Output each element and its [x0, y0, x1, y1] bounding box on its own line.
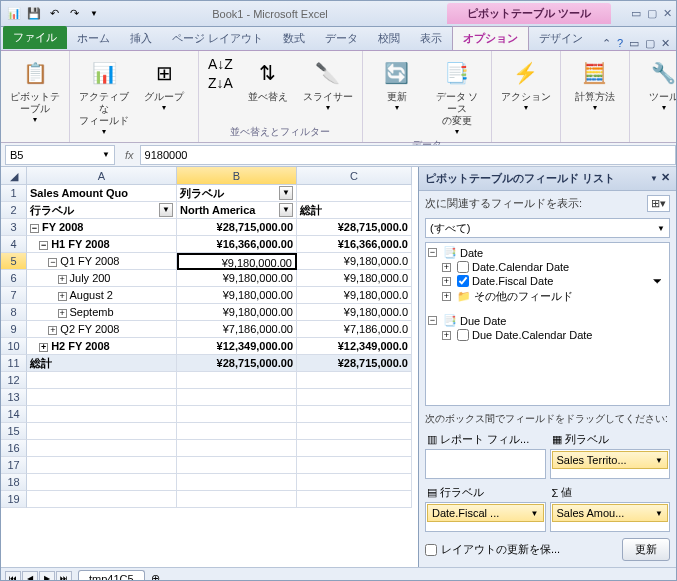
cell[interactable]: 行ラベル▼	[27, 202, 177, 219]
layout-options-icon[interactable]: ⊞▾	[647, 195, 670, 212]
cell[interactable]: ¥9,180,000.00	[177, 270, 297, 287]
cell[interactable]	[297, 372, 412, 389]
cell[interactable]: +Septemb	[27, 304, 177, 321]
row-header[interactable]: 9	[1, 321, 27, 338]
zone-values[interactable]: Sales Amou...▼	[550, 502, 671, 532]
name-box[interactable]: B5▼	[5, 145, 115, 165]
tree-item[interactable]: +Date.Fiscal Date⏷	[428, 274, 667, 288]
filter-dropdown-icon[interactable]: ▼	[279, 203, 293, 217]
zone-report-filter[interactable]	[425, 449, 546, 479]
cell[interactable]: 総計	[297, 202, 412, 219]
sheet-first-icon[interactable]: ⏮	[5, 571, 21, 582]
sort-asc-button[interactable]: A↓Z	[205, 55, 236, 73]
cell[interactable]	[177, 440, 297, 457]
expand-collapse-icon[interactable]: −	[48, 258, 57, 267]
cell[interactable]	[177, 423, 297, 440]
cell[interactable]: ¥7,186,000.00	[177, 321, 297, 338]
cell[interactable]	[27, 372, 177, 389]
tab-file[interactable]: ファイル	[3, 26, 67, 49]
row-header[interactable]: 12	[1, 372, 27, 389]
cell[interactable]: ¥12,349,000.00	[177, 338, 297, 355]
cell[interactable]: ¥12,349,000.0	[297, 338, 412, 355]
group-button[interactable]: ⊞グループ▾	[136, 55, 192, 114]
tab-options[interactable]: オプション	[452, 26, 529, 50]
sheet-next-icon[interactable]: ▶	[39, 571, 55, 582]
tab-page-layout[interactable]: ページ レイアウト	[162, 27, 273, 50]
expand-collapse-icon[interactable]: +	[58, 309, 67, 318]
update-button[interactable]: 更新	[622, 538, 670, 561]
minimize-ribbon-icon[interactable]: ⌃	[602, 37, 611, 50]
tree-item[interactable]: +Date.Calendar Date	[428, 260, 667, 274]
cell[interactable]: ¥9,180,000.0	[297, 304, 412, 321]
row-header[interactable]: 1	[1, 185, 27, 202]
formula-input[interactable]: 9180000	[140, 145, 676, 165]
doc-restore-icon[interactable]: ▢	[645, 37, 655, 50]
actions-button[interactable]: ⚡アクション▾	[498, 55, 554, 114]
expand-collapse-icon[interactable]: +	[58, 292, 67, 301]
save-icon[interactable]: 💾	[25, 5, 43, 23]
cell[interactable]: ¥9,180,000.00	[177, 253, 297, 270]
row-header[interactable]: 17	[1, 457, 27, 474]
row-header[interactable]: 2	[1, 202, 27, 219]
cell[interactable]	[297, 440, 412, 457]
tree-expand-icon[interactable]: +	[442, 277, 451, 286]
help-icon[interactable]: ?	[617, 37, 623, 50]
sheet-prev-icon[interactable]: ◀	[22, 571, 38, 582]
row-header[interactable]: 19	[1, 491, 27, 508]
cell[interactable]	[177, 406, 297, 423]
cell[interactable]	[177, 491, 297, 508]
row-header[interactable]: 14	[1, 406, 27, 423]
row-header[interactable]: 6	[1, 270, 27, 287]
row-header[interactable]: 8	[1, 304, 27, 321]
col-header[interactable]: B	[177, 167, 297, 185]
field-list-close-icon[interactable]: ✕	[661, 171, 670, 183]
worksheet[interactable]: ◢ABC1Sales Amount Quo列ラベル▼2行ラベル▼North Am…	[1, 167, 418, 567]
expand-collapse-icon[interactable]: +	[58, 275, 67, 284]
row-header[interactable]: 11	[1, 355, 27, 372]
cell[interactable]: 総計	[27, 355, 177, 372]
doc-close-icon[interactable]: ✕	[661, 37, 670, 50]
cell[interactable]	[27, 423, 177, 440]
row-header[interactable]: 10	[1, 338, 27, 355]
tree-expand-icon[interactable]: −	[428, 316, 437, 325]
active-field-button[interactable]: 📊アクティブな フィールド▾	[76, 55, 132, 138]
cell[interactable]	[297, 423, 412, 440]
excel-icon[interactable]: 📊	[5, 5, 23, 23]
row-header[interactable]: 15	[1, 423, 27, 440]
refresh-button[interactable]: 🔄更新▾	[369, 55, 425, 114]
cell[interactable]: −H1 FY 2008	[27, 236, 177, 253]
tab-formulas[interactable]: 数式	[273, 27, 315, 50]
sort-desc-button[interactable]: Z↓A	[205, 74, 236, 92]
cell[interactable]: ¥9,180,000.0	[297, 253, 412, 270]
cell[interactable]	[177, 457, 297, 474]
field-tree[interactable]: −📑Date+Date.Calendar Date+Date.Fiscal Da…	[425, 242, 670, 406]
cell[interactable]	[297, 457, 412, 474]
minimize-icon[interactable]: ▭	[631, 7, 641, 20]
tab-design[interactable]: デザイン	[529, 27, 593, 50]
filter-dropdown-icon[interactable]: ▼	[279, 186, 293, 200]
cell[interactable]	[297, 185, 412, 202]
field-checkbox[interactable]	[457, 329, 469, 341]
tree-expand-icon[interactable]: −	[428, 248, 437, 257]
tree-expand-icon[interactable]: +	[442, 292, 451, 301]
cell[interactable]	[297, 474, 412, 491]
cell[interactable]: ¥16,366,000.00	[177, 236, 297, 253]
cell[interactable]	[297, 389, 412, 406]
slicer-button[interactable]: 🔪スライサー▾	[300, 55, 356, 114]
col-header[interactable]: A	[27, 167, 177, 185]
tree-expand-icon[interactable]: +	[442, 331, 451, 340]
redo-icon[interactable]: ↷	[65, 5, 83, 23]
close-icon[interactable]: ✕	[663, 7, 672, 20]
cell[interactable]: +Q2 FY 2008	[27, 321, 177, 338]
tab-data[interactable]: データ	[315, 27, 368, 50]
cell[interactable]: +July 200	[27, 270, 177, 287]
cell[interactable]: ¥9,180,000.0	[297, 287, 412, 304]
tab-review[interactable]: 校閲	[368, 27, 410, 50]
zone-column[interactable]: Sales Territo...▼	[550, 449, 671, 479]
expand-collapse-icon[interactable]: −	[30, 224, 39, 233]
sheet-last-icon[interactable]: ⏭	[56, 571, 72, 582]
cell[interactable]	[297, 406, 412, 423]
undo-icon[interactable]: ↶	[45, 5, 63, 23]
doc-minimize-icon[interactable]: ▭	[629, 37, 639, 50]
cell[interactable]: 列ラベル▼	[177, 185, 297, 202]
